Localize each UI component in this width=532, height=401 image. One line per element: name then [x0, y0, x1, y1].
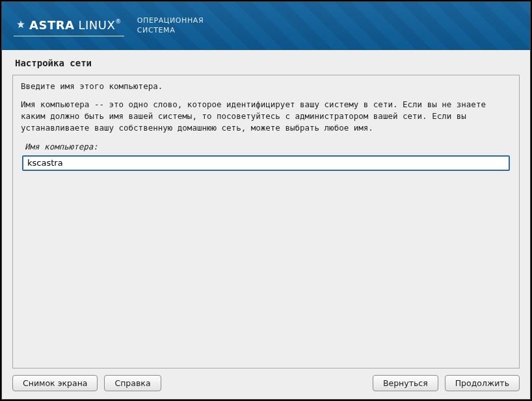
screenshot-button[interactable]: Снимок экрана	[12, 375, 98, 391]
star-icon	[16, 20, 25, 29]
hostname-input[interactable]	[22, 155, 510, 171]
installer-window: ASTRA LINUX® ОПЕРАЦИОННАЯ СИСТЕМА Настро…	[1, 1, 531, 400]
brand-astra: ASTRA	[29, 18, 74, 32]
description-text: Имя компьютера -- это одно слово, которо…	[21, 99, 511, 134]
brand: ASTRA LINUX® ОПЕРАЦИОННАЯ СИСТЕМА	[2, 16, 204, 36]
brand-subtitle: ОПЕРАЦИОННАЯ СИСТЕМА	[137, 16, 204, 36]
hostname-label: Имя компьютера:	[25, 141, 511, 153]
continue-button[interactable]: Продолжить	[445, 375, 520, 391]
main-panel: Введите имя этого компьютера. Имя компью…	[12, 75, 520, 369]
footer: Снимок экрана Справка Вернуться Продолжи…	[2, 369, 530, 399]
svg-marker-0	[17, 21, 25, 29]
header: ASTRA LINUX® ОПЕРАЦИОННАЯ СИСТЕМА	[2, 2, 530, 50]
brand-linux: LINUX®	[78, 18, 121, 32]
brand-logo: ASTRA LINUX®	[12, 16, 126, 36]
back-button[interactable]: Вернуться	[373, 375, 438, 391]
help-button[interactable]: Справка	[104, 375, 161, 391]
page-title: Настройка сети	[2, 50, 530, 75]
intro-text: Введите имя этого компьютера.	[21, 81, 511, 92]
